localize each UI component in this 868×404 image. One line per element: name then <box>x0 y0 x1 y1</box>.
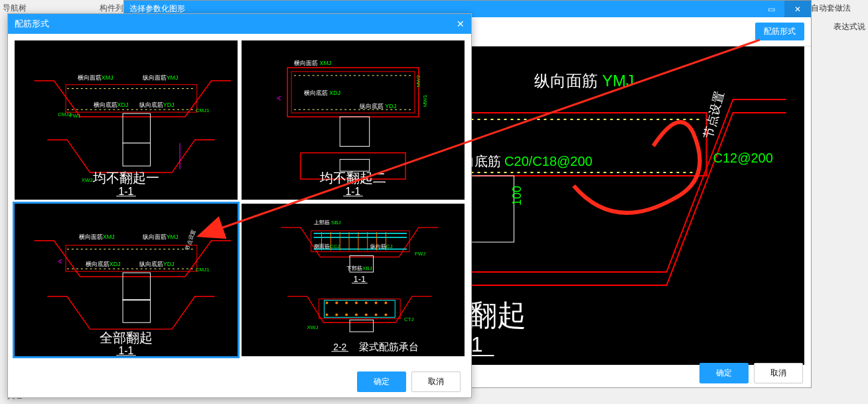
modal-titlebar: 配筋形式 ✕ <box>8 14 471 34</box>
svg-point-92 <box>325 313 328 316</box>
svg-text:横向面筋XMJ: 横向面筋XMJ <box>78 74 113 81</box>
svg-text:1-1: 1-1 <box>346 186 361 197</box>
svg-text:纵向筋CJ: 纵向筋CJ <box>370 243 393 249</box>
rebar-form-button[interactable]: 配筋形式 <box>755 23 804 40</box>
thumb-beam-rebar-cap[interactable]: 上部筋 SBJ 侧面筋CCJ 纵向筋CJ 下部筋XBJ FWJ 1-1 XWJ … <box>242 204 465 356</box>
svg-point-91 <box>384 302 387 304</box>
svg-point-87 <box>345 302 348 304</box>
svg-text:1-1: 1-1 <box>354 274 366 284</box>
svg-text:100: 100 <box>510 186 524 206</box>
svg-text:C12@200: C12@200 <box>713 151 773 165</box>
modal-close-button[interactable]: ✕ <box>457 19 465 29</box>
svg-text:横向面筋 XMJ: 横向面筋 XMJ <box>294 60 331 66</box>
svg-rect-100 <box>350 320 374 332</box>
svg-text:纵向面筋YMJ: 纵向面筋YMJ <box>143 74 179 81</box>
thumb-no-turnup-2[interactable]: 横向面筋 XMJ 横向底筋 XDJ 纵向底筋 YDJ MW2 MW1 A 均不翻… <box>242 40 465 200</box>
svg-text:FW1: FW1 <box>70 113 81 119</box>
svg-rect-17 <box>123 113 151 143</box>
svg-rect-53 <box>123 300 151 323</box>
nav-tree-label: 导航树 <box>3 3 27 14</box>
close-button[interactable]: ✕ <box>784 1 811 17</box>
svg-text:均不翻起二: 均不翻起二 <box>319 170 386 185</box>
svg-text:1-1: 1-1 <box>119 186 134 197</box>
svg-point-90 <box>375 302 378 304</box>
svg-text:横向面筋XMJ: 横向面筋XMJ <box>79 234 115 240</box>
svg-text:侧面筋CCJ: 侧面筋CCJ <box>314 243 340 249</box>
svg-text:纵向底筋 YDJ: 纵向底筋 YDJ <box>360 103 396 109</box>
svg-text:横向底筋 XDJ: 横向底筋 XDJ <box>304 90 340 96</box>
svg-text:2-2: 2-2 <box>333 342 346 352</box>
modal-cancel-button[interactable]: 取消 <box>411 371 461 392</box>
component-label: 构件列 <box>100 3 123 14</box>
svg-rect-99 <box>325 301 396 318</box>
svg-text:下部筋XBJ: 下部筋XBJ <box>346 265 372 271</box>
svg-point-85 <box>325 302 328 304</box>
thumb-no-turnup-1[interactable]: 横向面筋XMJ 纵向面筋YMJ 横向底筋XDJ 纵向底筋YDJ CMJ1 CMJ… <box>15 40 238 200</box>
svg-text:CMJ1: CMJ1 <box>196 107 210 113</box>
svg-point-97 <box>375 313 378 316</box>
svg-text:MW1: MW1 <box>422 95 428 107</box>
svg-point-98 <box>384 313 387 316</box>
svg-text:FWJ: FWJ <box>415 251 425 257</box>
svg-text:纵向面筋YMJ: 纵向面筋YMJ <box>143 234 179 240</box>
svg-text:A: A <box>56 259 63 263</box>
auto-apply-label[interactable]: 自动套做法 <box>811 3 851 14</box>
svg-point-86 <box>335 302 338 304</box>
svg-text:纵向底筋YDJ: 纵向底筋YDJ <box>139 101 175 108</box>
svg-point-96 <box>365 313 368 316</box>
minimize-button[interactable]: ▭ <box>758 1 784 17</box>
expression-label[interactable]: 表达式说 <box>833 21 865 33</box>
thumb-all-turnup[interactable]: 横向面筋XMJ 纵向面筋YMJ 横向底筋XDJ 纵向底筋YDJ CMJ1 节点设… <box>15 204 238 356</box>
svg-text:横向底筋XDJ: 横向底筋XDJ <box>94 101 129 108</box>
svg-text:梁式配筋承台: 梁式配筋承台 <box>359 342 419 352</box>
svg-rect-84 <box>319 299 401 319</box>
svg-text:XW2: XW2 <box>82 177 93 183</box>
svg-text:XWJ: XWJ <box>307 324 319 330</box>
svg-rect-35 <box>340 117 369 146</box>
svg-text:纵向面筋 YMJ: 纵向面筋 YMJ <box>534 72 634 90</box>
svg-point-89 <box>365 302 368 304</box>
svg-text:CMJ1: CMJ1 <box>196 267 210 273</box>
svg-point-88 <box>355 302 358 304</box>
back-cancel-button[interactable]: 取消 <box>754 363 803 383</box>
svg-text:均不翻起一: 均不翻起一 <box>92 170 159 185</box>
svg-rect-20 <box>123 143 151 167</box>
svg-rect-39 <box>340 159 369 171</box>
svg-text:全部翻起: 全部翻起 <box>100 330 153 345</box>
svg-text:A: A <box>275 96 282 100</box>
svg-point-94 <box>345 313 348 316</box>
svg-point-95 <box>355 313 358 316</box>
svg-text:CTJ: CTJ <box>404 316 414 322</box>
svg-text:上部筋 SBJ: 上部筋 SBJ <box>314 220 341 226</box>
svg-text:节点设置: 节点设置 <box>184 229 196 251</box>
back-ok-button[interactable]: 确定 <box>699 363 749 383</box>
modal-title-text: 配筋形式 <box>15 18 49 30</box>
modal-ok-button[interactable]: 确定 <box>357 371 406 392</box>
svg-text:MW2: MW2 <box>415 75 421 87</box>
svg-text:纵向底筋YDJ: 纵向底筋YDJ <box>139 261 175 267</box>
svg-text:节点设置: 节点设置 <box>701 90 726 140</box>
rebar-form-dialog: 配筋形式 ✕ 横向面筋XMJ 纵向面筋YMJ 横向底筋XDJ 纵向底筋YDJ C… <box>7 13 472 398</box>
svg-point-93 <box>335 313 338 316</box>
thumbnail-grid: 横向面筋XMJ 纵向面筋YMJ 横向底筋XDJ 纵向底筋YDJ CMJ1 CMJ… <box>8 34 471 363</box>
svg-text:横向底筋XDJ: 横向底筋XDJ <box>86 261 121 267</box>
svg-text:1-1: 1-1 <box>119 345 134 356</box>
